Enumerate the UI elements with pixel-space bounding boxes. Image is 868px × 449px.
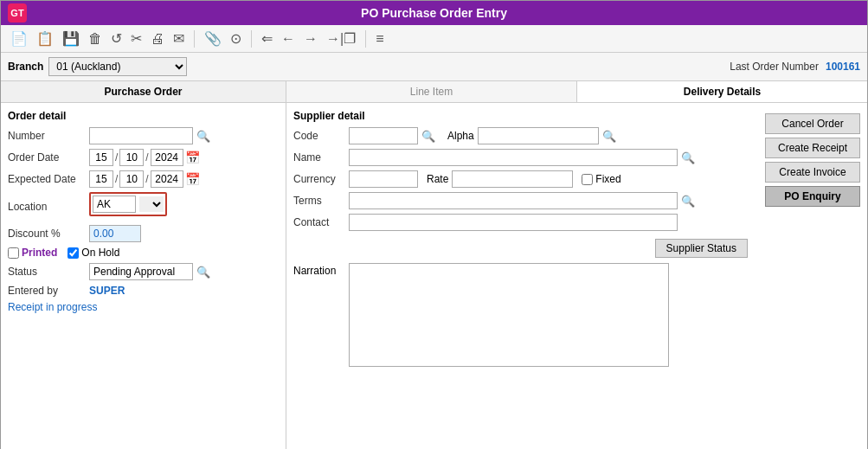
last-button[interactable]: →|❐: [324, 29, 358, 48]
status-label: Status: [8, 266, 86, 278]
report-button[interactable]: ≡: [373, 29, 386, 48]
location-input[interactable]: [93, 196, 136, 213]
po-enquiry-button[interactable]: PO Enquiry: [765, 186, 860, 207]
print-button[interactable]: 🖨: [148, 29, 167, 48]
expected-date-input-group: / / 📅: [89, 170, 200, 188]
cancel-order-button[interactable]: Cancel Order: [765, 113, 860, 134]
contact-row: Contact: [293, 214, 751, 231]
currency-input[interactable]: [349, 170, 418, 188]
number-search-icon[interactable]: 🔍: [196, 130, 210, 143]
branch-select[interactable]: 01 (Auckland): [48, 57, 187, 76]
currency-label: Currency: [293, 173, 345, 185]
copy-button[interactable]: 📋: [34, 29, 56, 48]
fixed-checkbox[interactable]: [582, 174, 593, 185]
fixed-label: Fixed: [595, 173, 620, 185]
expected-date-month[interactable]: [119, 170, 144, 188]
name-search-icon[interactable]: 🔍: [681, 151, 695, 164]
receipt-link-row: Receipt in progress: [8, 301, 279, 313]
create-receipt-button[interactable]: Create Receipt: [765, 138, 860, 158]
expected-date-calendar-icon[interactable]: 📅: [185, 172, 200, 186]
left-panel: Purchase Order Order detail Number 🔍 Ord…: [1, 81, 286, 449]
main-content: Purchase Order Order detail Number 🔍 Ord…: [1, 81, 867, 449]
supplier-detail-title: Supplier detail: [293, 110, 751, 122]
order-date-day[interactable]: [89, 149, 113, 166]
save-button[interactable]: 💾: [60, 29, 82, 48]
prev-button[interactable]: ←: [279, 29, 298, 48]
name-input[interactable]: [349, 149, 678, 166]
terms-search-icon[interactable]: 🔍: [681, 195, 695, 208]
onhold-checkbox[interactable]: [68, 247, 79, 259]
contact-label: Contact: [293, 216, 345, 228]
order-date-year[interactable]: [151, 149, 183, 166]
target-button[interactable]: ⊙: [228, 29, 244, 48]
discount-input[interactable]: [89, 225, 141, 242]
code-search-icon[interactable]: 🔍: [421, 130, 435, 143]
code-row: Code 🔍 Alpha 🔍: [293, 127, 751, 144]
order-date-label: Order Date: [8, 151, 86, 164]
first-button[interactable]: ⇐: [259, 29, 275, 48]
location-highlighted-group: [89, 192, 167, 216]
right-tabs: Line Item Delivery Details: [286, 81, 867, 103]
refresh-button[interactable]: ↺: [108, 29, 125, 48]
narration-row: Narration: [293, 263, 751, 367]
expected-date-year[interactable]: [151, 170, 183, 188]
new-button[interactable]: 📄: [8, 29, 30, 48]
status-search-icon[interactable]: 🔍: [196, 266, 210, 279]
supplier-section: Supplier detail Code 🔍 Alpha 🔍: [293, 110, 751, 446]
expected-date-day[interactable]: [89, 170, 113, 188]
narration-label: Narration: [293, 265, 345, 277]
title-bar: GT PO Purchase Order Entry: [1, 1, 867, 25]
branch-bar: Branch 01 (Auckland) Last Order Number 1…: [1, 53, 867, 81]
name-label: Name: [293, 151, 345, 164]
fixed-group: Fixed: [582, 173, 620, 185]
right-panel: Line Item Delivery Details Supplier deta…: [286, 81, 867, 449]
order-date-month[interactable]: [119, 149, 144, 166]
status-row: Status 🔍: [8, 263, 279, 280]
printed-item: Printed: [8, 247, 57, 259]
entered-by-row: Entered by SUPER: [8, 285, 279, 297]
printed-checkbox[interactable]: [8, 247, 19, 259]
terms-input[interactable]: [349, 192, 678, 209]
email-button[interactable]: ✉: [170, 29, 187, 48]
order-date-row: Order Date / / 📅: [8, 149, 279, 166]
receipt-in-progress-link[interactable]: Receipt in progress: [8, 301, 97, 313]
last-order-section: Last Order Number 100161: [730, 61, 860, 73]
create-invoice-button[interactable]: Create Invoice: [765, 162, 860, 183]
toolbar: 📄 📋 💾 🗑 ↺ ✂ 🖨 ✉ 📎 ⊙ ⇐ ← → →|❐ ≡: [1, 25, 867, 53]
supplier-status-button[interactable]: Supplier Status: [655, 239, 748, 258]
order-date-calendar-icon[interactable]: 📅: [185, 151, 200, 164]
discount-row: Discount %: [8, 225, 279, 242]
number-label: Number: [8, 130, 86, 142]
narration-input[interactable]: [349, 263, 669, 367]
branch-label: Branch: [8, 61, 43, 73]
logo: GT: [8, 3, 27, 22]
entered-by-value: SUPER: [89, 285, 125, 297]
next-button[interactable]: →: [301, 29, 320, 48]
alpha-label: Alpha: [447, 130, 474, 142]
location-select[interactable]: [139, 196, 164, 212]
rate-input[interactable]: [452, 170, 573, 188]
entered-by-label: Entered by: [8, 285, 86, 297]
rate-group: Rate Fixed: [421, 170, 621, 188]
printed-onhold-row: Printed On Hold: [8, 247, 279, 259]
alpha-search-icon[interactable]: 🔍: [602, 130, 616, 143]
location-label: Location: [8, 201, 86, 213]
number-input[interactable]: [89, 127, 193, 144]
last-order-label: Last Order Number: [730, 61, 819, 73]
code-label: Code: [293, 130, 345, 142]
contact-input[interactable]: [349, 214, 678, 231]
window-title: PO Purchase Order Entry: [361, 6, 507, 20]
code-input[interactable]: [349, 127, 418, 144]
onhold-label: On Hold: [81, 247, 119, 259]
terms-label: Terms: [293, 195, 345, 207]
tab-line-item[interactable]: Line Item: [286, 81, 577, 102]
attach-button[interactable]: 📎: [202, 29, 224, 48]
name-row: Name 🔍: [293, 149, 751, 166]
status-input[interactable]: [89, 263, 193, 280]
tab-delivery-details[interactable]: Delivery Details: [577, 81, 867, 102]
alpha-input[interactable]: [478, 127, 599, 144]
discount-label: Discount %: [8, 228, 86, 240]
delete-button[interactable]: 🗑: [86, 29, 105, 48]
alpha-group: Alpha 🔍: [447, 127, 616, 144]
tools-button[interactable]: ✂: [128, 29, 145, 48]
